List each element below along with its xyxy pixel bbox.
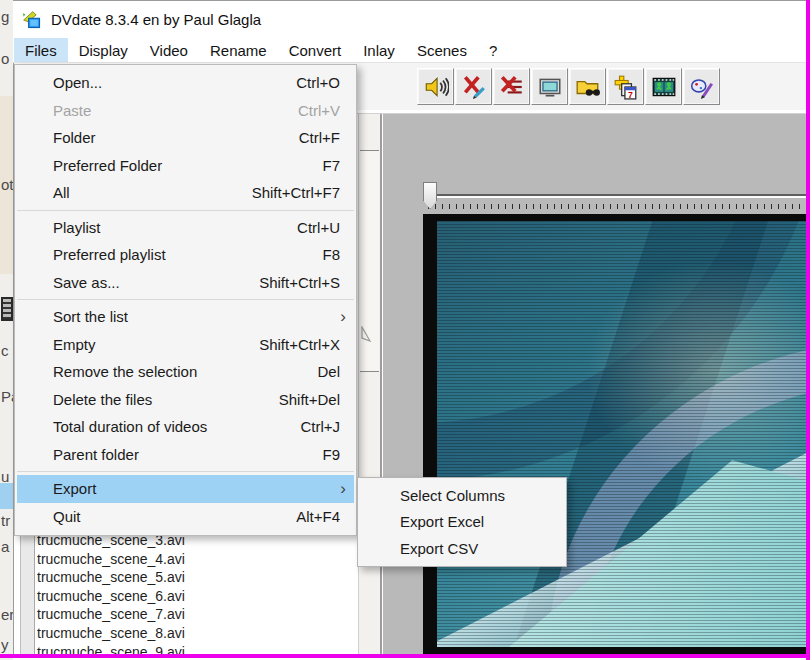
menu-separator — [17, 299, 354, 300]
menu-item-shortcut: Shift+Ctrl+F7 — [252, 184, 340, 201]
menu-item-label: Delete the files — [53, 391, 279, 408]
delete-list-icon — [499, 74, 525, 100]
menu-item-save-as[interactable]: Save as... Shift+Ctrl+S — [15, 269, 356, 297]
files-menu: Open... Ctrl+O Paste Ctrl+V Folder Ctrl+… — [14, 64, 357, 536]
menu-item-label: Quit — [53, 508, 296, 525]
text-fragment: a — [1, 538, 9, 555]
menu-item-delete-files[interactable]: Delete the files Shift+Del — [15, 386, 356, 414]
menu-item-label: Total duration of videos — [53, 418, 300, 435]
menu-item-preferred-folder[interactable]: Preferred Folder F7 — [15, 152, 356, 180]
menu-item-paste[interactable]: Paste Ctrl+V — [15, 97, 356, 125]
title-bar[interactable]: DVdate 8.3.4 en by Paul Glagla — [13, 1, 806, 38]
window-title: DVdate 8.3.4 en by Paul Glagla — [51, 11, 261, 28]
list-scrollbar[interactable] — [358, 114, 382, 654]
menu-item-label: Parent folder — [53, 446, 322, 463]
menu-item-label: All — [53, 184, 252, 201]
delete-datecode-button[interactable] — [455, 68, 492, 105]
menu-item-shortcut: Ctrl+U — [297, 219, 340, 236]
menubar-scenes[interactable]: Scenes — [406, 38, 478, 62]
menu-item-quit[interactable]: Quit Alt+F4 — [15, 503, 356, 531]
menu-item-shortcut: Ctrl+F — [299, 129, 340, 146]
menu-item-remove-selection[interactable]: Remove the selection Del — [15, 358, 356, 386]
file-list: trucmuche_scene_3.avi trucmuche_scene_4.… — [37, 531, 355, 654]
find-files-icon — [575, 74, 601, 100]
capture-border-bottom — [0, 654, 810, 658]
background-selection-fragment — [0, 483, 13, 509]
scene-detect-button[interactable] — [645, 68, 682, 105]
menu-item-shortcut: Shift+Ctrl+S — [259, 274, 340, 291]
menu-item-folder[interactable]: Folder Ctrl+F — [15, 124, 356, 152]
file-list-item[interactable]: trucmuche_scene_8.avi — [37, 624, 355, 643]
menu-item-shortcut: F7 — [322, 157, 340, 174]
text-fragment: Pa — [1, 388, 13, 405]
menu-item-parent-folder[interactable]: Parent folder F9 — [15, 441, 356, 469]
inlay-paint-icon — [689, 74, 715, 100]
menu-item-label: Playlist — [53, 219, 297, 236]
menu-item-label: Preferred playlist — [53, 246, 322, 263]
menu-item-playlist[interactable]: Playlist Ctrl+U — [15, 214, 356, 242]
submenu-item-export-excel[interactable]: Export Excel — [358, 509, 566, 536]
menu-item-shortcut: Shift+Ctrl+X — [259, 336, 340, 353]
text-fragment: er — [1, 606, 13, 623]
file-list-item[interactable]: trucmuche_scene_7.avi — [37, 605, 355, 624]
submenu-arrow-icon: › — [340, 480, 346, 497]
menu-item-empty[interactable]: Empty Shift+Ctrl+X — [15, 331, 356, 359]
menu-item-shortcut: Ctrl+J — [300, 418, 340, 435]
menu-item-export[interactable]: Export › — [17, 475, 354, 503]
file-list-item[interactable]: trucmuche_scene_5.avi — [37, 568, 355, 587]
file-list-item[interactable]: trucmuche_scene_9.avi — [37, 643, 355, 654]
menu-item-shortcut: F9 — [322, 446, 340, 463]
menubar-convert[interactable]: Convert — [278, 38, 353, 62]
trackbar-tick-ruler — [428, 204, 806, 209]
speaker-icon — [423, 74, 449, 100]
text-fragment: o — [1, 50, 9, 67]
sound-button[interactable] — [417, 68, 454, 105]
menubar-help[interactable]: ? — [478, 38, 508, 62]
menubar-files[interactable]: Files — [14, 38, 68, 62]
menu-separator — [17, 471, 354, 472]
text-fragment: tr — [1, 512, 10, 529]
menu-item-shortcut: Alt+F4 — [296, 508, 340, 525]
text-fragment: u — [1, 468, 9, 485]
menubar-inlay[interactable]: Inlay — [352, 38, 406, 62]
menu-item-label: Preferred Folder — [53, 157, 322, 174]
cursor-fragment-icon — [359, 326, 373, 346]
file-list-item[interactable]: trucmuche_scene_6.avi — [37, 587, 355, 606]
menubar-rename[interactable]: Rename — [199, 38, 278, 62]
menu-item-total-duration[interactable]: Total duration of videos Ctrl+J — [15, 413, 356, 441]
scene-detect-icon — [651, 74, 677, 100]
monitor-icon — [537, 74, 563, 100]
menu-item-label: Remove the selection — [53, 363, 317, 380]
monitor-button[interactable] — [531, 68, 568, 105]
text-fragment: y — [1, 636, 9, 653]
menu-item-label: Save as... — [53, 274, 259, 291]
delete-datecode-icon — [461, 74, 487, 100]
menu-bar: Files Display Video Rename Convert Inlay… — [13, 38, 806, 63]
menu-item-all[interactable]: All Shift+Ctrl+F7 — [15, 179, 356, 207]
delete-list-button[interactable] — [493, 68, 530, 105]
menubar-video[interactable]: Video — [139, 38, 199, 62]
file-list-item[interactable]: trucmuche_scene_4.avi — [37, 550, 355, 569]
submenu-item-export-csv[interactable]: Export CSV — [358, 535, 566, 562]
menu-item-shortcut: Shift+Del — [279, 391, 340, 408]
submenu-item-select-columns[interactable]: Select Columns — [358, 482, 566, 509]
capture-border-right — [806, 0, 810, 660]
text-fragment: g — [1, 8, 9, 25]
position-trackbar-track[interactable] — [436, 194, 806, 196]
background-icon-fragment — [1, 297, 13, 321]
video-scanlines — [437, 221, 806, 647]
menubar-display[interactable]: Display — [68, 38, 139, 62]
menu-item-preferred-playlist[interactable]: Preferred playlist F8 — [15, 241, 356, 269]
inlay-paint-button[interactable] — [683, 68, 720, 105]
menu-item-open[interactable]: Open... Ctrl+O — [15, 69, 356, 97]
video-monitor — [423, 214, 806, 654]
find-files-button[interactable] — [569, 68, 606, 105]
menu-item-shortcut: Del — [317, 363, 340, 380]
export-submenu: Select Columns Export Excel Export CSV — [357, 477, 567, 567]
menu-item-label: Export — [53, 480, 334, 497]
menu-item-sort-the-list[interactable]: Sort the list › — [15, 303, 356, 331]
video-frame-image — [437, 221, 806, 647]
text-fragment: c — [1, 342, 9, 359]
add-datecode-button[interactable]: 7 — [607, 68, 644, 105]
text-fragment: ot — [1, 176, 13, 193]
